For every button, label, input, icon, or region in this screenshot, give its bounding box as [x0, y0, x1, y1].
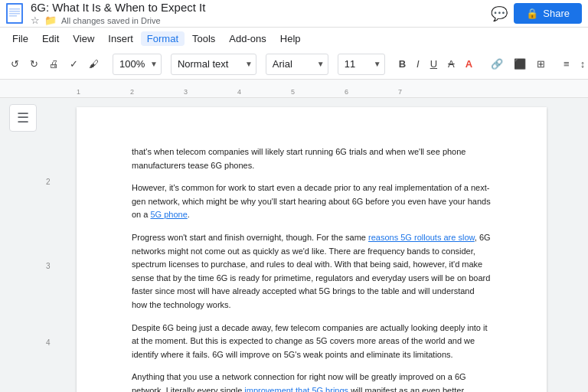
page-num-3: 3 [46, 260, 51, 273]
size-select[interactable]: 11101214 [341, 56, 372, 72]
menu-addons[interactable]: Add-ons [223, 31, 272, 46]
italic-button[interactable]: I [412, 55, 424, 73]
zoom-select[interactable]: 100%75%125% [116, 56, 149, 72]
svg-rect-4 [9, 13, 20, 15]
doc-title-group: 6G: What It Is & When to Expect It ☆ 📁 A… [31, 1, 491, 26]
paragraph-5: Anything that you use a network connecti… [132, 371, 492, 392]
font-select-wrap: ArialTimes New RomanVerdana ▼ [266, 54, 328, 75]
menu-bar: File Edit View Insert Format Tools Add-o… [0, 28, 588, 49]
doc-scroll[interactable]: 2 3 4 5 that's when telecom companies wi… [46, 98, 577, 392]
menu-tools[interactable]: Tools [186, 31, 221, 46]
spacing-button[interactable]: ↕ [576, 55, 588, 73]
align-button[interactable]: ≡ [559, 55, 574, 73]
menu-edit[interactable]: Edit [36, 31, 65, 46]
zoom-select-wrap: 100%75%125% ▼ [113, 54, 162, 75]
svg-rect-2 [9, 8, 20, 10]
menu-view[interactable]: View [67, 31, 100, 46]
link-button[interactable]: 🔗 [486, 55, 508, 73]
paragraph-4: Despite 6G being just a decade away, few… [132, 322, 492, 362]
table-button[interactable]: ⊞ [532, 55, 550, 73]
title-bar: 6G: What It Is & When to Expect It ☆ 📁 A… [0, 0, 588, 28]
ruler-mark-6: 6 [345, 88, 348, 96]
page-num-2: 2 [46, 176, 51, 188]
doc-title[interactable]: 6G: What It Is & When to Expect It [31, 1, 491, 14]
print-button[interactable]: 🖨 [44, 55, 64, 73]
size-select-wrap: 11101214 ▼ [338, 54, 385, 75]
image-button[interactable]: ⬛ [509, 55, 531, 73]
paint-format-button[interactable]: 🖌 [84, 55, 103, 73]
5g-phone-link[interactable]: 5G phone [150, 210, 187, 219]
ruler-mark-1: 1 [77, 88, 80, 96]
svg-rect-3 [9, 11, 20, 12]
page-num-4: 4 [46, 337, 51, 349]
chat-button[interactable]: 💬 [491, 5, 508, 22]
redo-button[interactable]: ↻ [25, 55, 43, 73]
paragraph-2: However, it's common for work to start e… [132, 181, 492, 222]
doc-title-meta: ☆ 📁 All changes saved in Drive [31, 15, 491, 26]
doc-page: 2 3 4 5 that's when telecom companies wi… [77, 107, 547, 392]
lock-icon: 🔒 [526, 8, 538, 19]
ruler-mark-5: 5 [291, 88, 295, 96]
star-icon[interactable]: ☆ [31, 15, 40, 26]
5g-improvement-link[interactable]: improvement that 5G brings [244, 386, 348, 392]
ruler: ▼ 1 2 3 4 5 6 7 [0, 80, 588, 98]
outline-button[interactable]: ☰ [9, 104, 37, 132]
folder-icon[interactable]: 📁 [44, 15, 57, 26]
bold-button[interactable]: B [394, 55, 410, 73]
font-chevron: ▼ [317, 60, 325, 68]
style-select-wrap: Normal textHeading 1Heading 2 ▼ [171, 54, 256, 75]
ruler-mark-4: 4 [237, 88, 241, 96]
strikethrough-button[interactable]: A [443, 55, 459, 73]
underline-button[interactable]: U [426, 55, 442, 73]
style-chevron: ▼ [245, 60, 253, 68]
ruler-mark-3: 3 [184, 88, 188, 96]
left-panel: ☰ [0, 98, 46, 392]
save-status: All changes saved in Drive [61, 16, 161, 25]
doc-icon [6, 3, 24, 24]
font-select[interactable]: ArialTimes New RomanVerdana [270, 56, 315, 72]
doc-area: ☰ 2 3 4 5 that's when telecom companies … [0, 98, 588, 392]
menu-insert[interactable]: Insert [102, 31, 139, 46]
paragraph-3: Progress won't start and finish overnigh… [132, 231, 492, 312]
style-select[interactable]: Normal textHeading 1Heading 2 [175, 56, 243, 72]
scrollbar-track[interactable] [577, 98, 588, 392]
share-button[interactable]: 🔒 Share [514, 3, 582, 24]
svg-rect-5 [9, 15, 17, 17]
menu-help[interactable]: Help [274, 31, 307, 46]
zoom-chevron: ▼ [150, 60, 158, 68]
paragraph-1: that's when telecom companies will likel… [132, 145, 492, 172]
ruler-mark-2: 2 [130, 88, 134, 96]
menu-file[interactable]: File [6, 31, 34, 46]
5g-rollout-link[interactable]: reasons 5G rollouts are slow [368, 233, 475, 242]
undo-button[interactable]: ↺ [6, 55, 24, 73]
text-color-button[interactable]: A [461, 55, 477, 73]
ruler-mark-7: 7 [398, 88, 402, 96]
toolbar: ↺ ↻ 🖨 ✓ 🖌 100%75%125% ▼ Normal textHeadi… [0, 49, 588, 80]
menu-format[interactable]: Format [141, 31, 185, 46]
spellcheck-button[interactable]: ✓ [65, 55, 83, 73]
size-chevron: ▼ [374, 60, 381, 68]
